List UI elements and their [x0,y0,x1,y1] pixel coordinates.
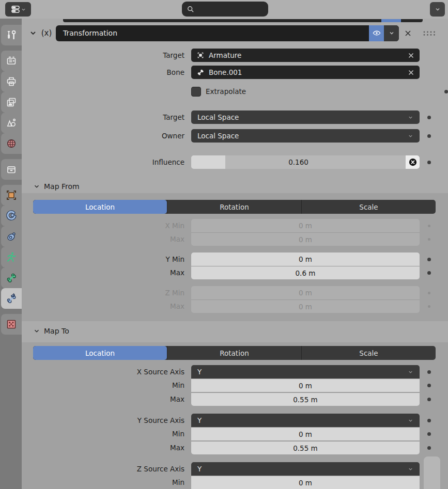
tab-output[interactable] [1,71,22,92]
chevron-down-icon [408,466,413,472]
owner-space-value: Local Space [197,132,239,140]
tab-physics[interactable] [1,206,22,226]
map-from-tab-scale[interactable]: Scale [301,200,436,214]
drag-handle[interactable] [423,30,436,36]
search-input[interactable] [182,2,268,17]
map-from-tab-rotation[interactable]: Rotation [167,200,301,214]
decorator-dot[interactable] [444,90,448,93]
constraint-type-icon: (x) [37,28,56,38]
x-max-field[interactable]: 0 m [191,232,420,246]
x-source-axis-dropdown[interactable]: Y [191,365,420,378]
map-from-header[interactable]: Map From [22,180,448,193]
tab-tool[interactable] [1,25,22,45]
search-icon [187,5,195,13]
y-to-max-field[interactable]: 0.55 m [191,441,420,454]
decorator-dot[interactable] [428,225,430,227]
tab-object-constraints[interactable] [1,226,22,247]
tab-texture[interactable] [1,314,22,335]
z-to-min-value: 0 m [299,479,312,487]
x-min-label: X Min [22,222,184,230]
clear-influence-button[interactable] [406,155,420,169]
z-to-min-field[interactable]: 0 m [191,476,420,489]
x-to-max-row: Max 0.55 m [22,392,448,406]
tab-bone-constraint[interactable] [1,288,22,309]
tab-view-layer[interactable] [1,92,22,113]
decorator-dot[interactable] [427,370,431,374]
close-icon [404,29,412,37]
x-to-min-field[interactable]: 0 m [191,378,420,392]
tab-object-data[interactable] [1,247,22,267]
map-to-header[interactable]: Map To [22,324,448,338]
z-source-axis-label: Z Source Axis [22,465,184,473]
z-source-axis-dropdown[interactable]: Y [191,462,420,476]
map-from-mode-switch: Location Rotation Scale [33,200,436,214]
y-to-min-field[interactable]: 0 m [191,427,420,440]
target-space-label: Target [22,113,184,121]
tab-world[interactable] [1,133,22,154]
editor-type-button[interactable] [5,2,31,17]
extrapolate-checkbox[interactable] [191,87,201,97]
target-space-dropdown[interactable]: Local Space [191,111,420,124]
clipped-panel-above[interactable] [63,19,423,22]
y-to-min-label: Min [22,430,184,438]
decorator-dot[interactable] [427,116,431,119]
physics-icon [5,210,18,222]
constraint-extras-button[interactable] [384,25,399,41]
x-to-max-field[interactable]: 0.55 m [191,392,420,406]
chevron-down-icon [408,133,413,139]
world-icon [5,137,18,150]
target-object-field[interactable]: Armature [191,49,420,62]
tab-bone[interactable] [1,267,22,288]
map-to-tab-rotation[interactable]: Rotation [167,346,301,360]
decorator-dot[interactable] [428,238,430,241]
clear-bone-button[interactable] [408,69,414,76]
x-min-field[interactable]: 0 m [191,219,420,232]
decorator-dot[interactable] [427,258,431,261]
tool-icon [5,29,18,41]
decorator-dot[interactable] [427,432,431,436]
delete-constraint-button[interactable] [399,29,416,37]
constraint-name-field[interactable]: Transformation [56,25,399,41]
y-min-value: 0 m [299,255,312,263]
y-min-field[interactable]: 0 m [191,253,420,266]
z-max-field[interactable]: 0 m [191,299,420,313]
owner-space-dropdown[interactable]: Local Space [191,129,420,143]
close-icon [408,69,414,76]
options-dropdown-button[interactable] [430,2,445,17]
decorator-dot[interactable] [428,292,430,294]
z-source-axis-row: Z Source Axis Y [22,462,448,476]
x-to-max-value: 0.55 m [293,396,318,404]
clear-target-button[interactable] [408,52,414,59]
influence-slider[interactable]: 0.160 [191,155,420,169]
decorator-dot[interactable] [427,446,431,450]
x-source-axis-value: Y [197,368,202,376]
map-to-tab-scale[interactable]: Scale [301,346,436,360]
tab-object[interactable] [1,185,22,206]
chevron-down-icon [435,6,441,12]
bone-field[interactable]: Bone.001 [191,66,420,79]
decorator-dot[interactable] [427,271,431,275]
tab-collection[interactable] [1,159,22,180]
decorator-dot[interactable] [427,161,431,164]
map-from-tab-location[interactable]: Location [33,200,167,214]
tab-render[interactable] [1,51,22,71]
decorator-dot[interactable] [427,419,431,422]
tab-scene[interactable] [1,113,22,133]
panel-expand-icon[interactable] [29,29,37,37]
influence-row: Influence 0.160 [22,155,448,169]
map-to-content: Location Rotation Scale X Source Axis Y … [22,342,448,489]
x-to-min-row: Min 0 m [22,378,448,392]
y-source-axis-dropdown[interactable]: Y [191,414,420,427]
decorator-dot[interactable] [427,134,431,138]
vertical-scrollbar-handle[interactable] [424,456,440,489]
decorator-dot[interactable] [427,384,431,387]
decorator-dot[interactable] [428,305,430,308]
visibility-toggle-button[interactable] [369,25,384,41]
decorator-dot[interactable] [427,398,431,401]
chevron-down-icon [21,7,26,12]
map-from-y-max-row: Max 0.6 m [22,266,448,279]
map-to-tab-location[interactable]: Location [33,346,167,360]
z-min-field[interactable]: 0 m [191,286,420,299]
y-max-field[interactable]: 0.6 m [191,266,420,279]
bone-label: Bone [22,68,184,76]
